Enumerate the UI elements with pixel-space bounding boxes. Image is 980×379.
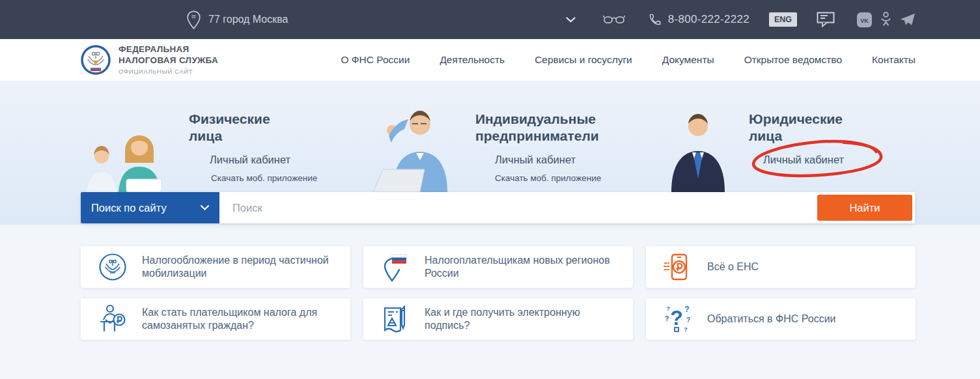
- svg-text:?: ?: [670, 306, 683, 330]
- category-individuals-title: Физические лица: [189, 111, 296, 145]
- card-label: Обратиться в ФНС России: [707, 313, 836, 326]
- svg-text:?: ?: [665, 315, 669, 322]
- language-toggle[interactable]: ENG: [769, 12, 797, 27]
- svg-text:?: ?: [686, 316, 690, 324]
- accessibility-glasses-icon[interactable]: [603, 14, 625, 25]
- self-employed-ruble-icon: [98, 304, 128, 334]
- fns-emblem: [81, 45, 111, 75]
- nav-open-agency[interactable]: Открытое ведомство: [744, 54, 842, 66]
- card-ens[interactable]: Всё о ЕНС: [646, 246, 916, 288]
- phone-number: 8-800-222-2222: [668, 13, 749, 26]
- svg-text:VK: VK: [860, 17, 869, 23]
- question-marks-icon: ? ? ? ? ? ?: [663, 304, 693, 334]
- phone-ruble-icon: [663, 253, 693, 281]
- search-submit-button[interactable]: Найти: [817, 195, 912, 221]
- card-contact-fns[interactable]: ? ? ? ? ? ? Обратиться в ФНС России: [646, 298, 916, 340]
- region-selector[interactable]: 77 город Москва: [187, 10, 288, 29]
- card-label: Как стать плательщиком налога для самоза…: [142, 306, 337, 332]
- org-subtitle: ОФИЦИАЛЬНЫЙ САЙТ: [119, 68, 218, 76]
- topbar: 77 город Москва 8-800-222-2222 ENG VK: [0, 0, 980, 39]
- nav-about-fns[interactable]: О ФНС России: [341, 54, 410, 66]
- odnoklassniki-icon[interactable]: [881, 12, 891, 27]
- card-label: Налогоплательщикам новых регионов России: [425, 254, 620, 280]
- search-input[interactable]: [219, 192, 815, 223]
- location-pin-icon: [187, 10, 201, 29]
- main-nav: О ФНС России Деятельность Сервисы и госу…: [341, 54, 916, 66]
- entrepreneurs-cabinet-link[interactable]: Личный кабинет: [495, 154, 576, 166]
- map-pin-flag-icon: [380, 252, 410, 282]
- quick-links-grid: Налогообложение в период частичной мобил…: [81, 225, 916, 340]
- fns-logo[interactable]: ФЕДЕРАЛЬНАЯ НАЛОГОВАЯ СЛУЖБА ОФИЦИАЛЬНЫЙ…: [81, 44, 218, 76]
- org-name-line2: НАЛОГОВАЯ СЛУЖБА: [119, 55, 218, 66]
- svg-text:?: ?: [684, 305, 689, 314]
- card-e-signature[interactable]: Как и где получить электронную подпись?: [363, 298, 633, 340]
- phone-icon: [649, 13, 662, 26]
- entrepreneur-photo: [355, 104, 482, 195]
- card-new-regions[interactable]: Налогоплательщикам новых регионов России: [363, 246, 633, 288]
- card-label: Как и где получить электронную подпись?: [425, 306, 620, 332]
- vk-icon[interactable]: VK: [857, 12, 872, 27]
- chevron-down-icon[interactable]: [566, 17, 576, 23]
- legal-entities-cabinet-link[interactable]: Личный кабинет: [763, 154, 844, 166]
- region-label: 77 город Москва: [208, 14, 288, 25]
- document-signature-icon: [380, 304, 410, 334]
- card-self-employed[interactable]: Как стать плательщиком налога для самоза…: [81, 298, 350, 340]
- phone-link[interactable]: 8-800-222-2222: [649, 13, 749, 26]
- entrepreneurs-app-link[interactable]: Скачать моб. приложение: [495, 173, 601, 183]
- card-label: Налогообложение в период частичной мобил…: [142, 254, 337, 280]
- chevron-down-icon: [201, 205, 209, 210]
- search-scope-label: Поиск по сайту: [91, 202, 201, 214]
- nav-services[interactable]: Сервисы и госуслуги: [535, 54, 632, 66]
- site-header: ФЕДЕРАЛЬНАЯ НАЛОГОВАЯ СЛУЖБА ОФИЦИАЛЬНЫЙ…: [0, 39, 980, 81]
- fns-emblem-icon: [98, 253, 128, 281]
- svg-text:?: ?: [684, 326, 688, 333]
- card-label: Всё о ЕНС: [707, 260, 759, 274]
- svg-text:?: ?: [666, 305, 670, 312]
- individuals-photo: [77, 124, 189, 195]
- card-mobilization[interactable]: Налогообложение в период частичной мобил…: [81, 246, 350, 288]
- nav-contacts[interactable]: Контакты: [872, 54, 916, 66]
- hero-section: Физические лица Личный кабинет Скачать м…: [0, 81, 980, 225]
- chat-icon[interactable]: [817, 12, 836, 27]
- org-name-line1: ФЕДЕРАЛЬНАЯ: [119, 44, 218, 55]
- category-legal-entities-title: Юридические лица: [749, 111, 863, 145]
- individuals-app-link[interactable]: Скачать моб. приложение: [211, 173, 317, 183]
- telegram-icon[interactable]: [900, 13, 916, 27]
- nav-activity[interactable]: Деятельность: [440, 54, 505, 66]
- executive-photo: [656, 109, 740, 195]
- individuals-cabinet-link[interactable]: Личный кабинет: [210, 154, 290, 166]
- search-bar: Поиск по сайту Найти: [81, 192, 915, 223]
- search-scope-select[interactable]: Поиск по сайту: [81, 192, 219, 223]
- nav-documents[interactable]: Документы: [662, 54, 714, 66]
- category-entrepreneurs-title: Индивидуальные предприниматели: [475, 111, 628, 145]
